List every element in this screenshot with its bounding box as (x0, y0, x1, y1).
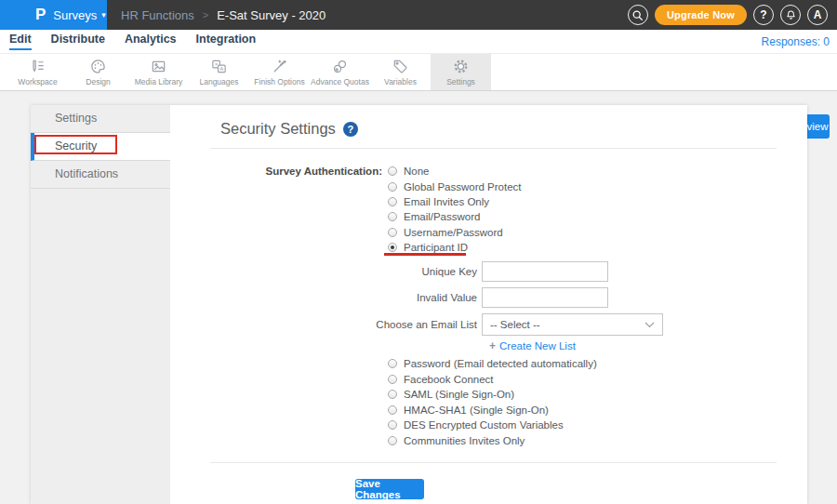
breadcrumb-separator-icon: > (203, 9, 208, 20)
questionpro-logo-icon: P (35, 6, 46, 24)
email-list-selected-value: -- Select -- (490, 319, 540, 330)
title-divider (210, 148, 777, 149)
tool-media-library[interactable]: Media Library (128, 54, 189, 90)
bell-icon (785, 9, 797, 21)
radio-checked-icon (388, 243, 397, 252)
unique-key-row: Unique Key (170, 261, 608, 282)
email-list-select[interactable]: -- Select -- (482, 313, 663, 336)
survey-nav-tabs: Edit Distribute Analytics Integration Re… (0, 30, 837, 54)
radio-option-username-password[interactable]: Username/Password (388, 225, 522, 240)
radio-icon (388, 197, 397, 206)
invalid-value-label: Invalid Value (170, 292, 482, 303)
radio-icon (388, 375, 397, 384)
radio-option-participant-id[interactable]: Participant ID (388, 240, 522, 255)
media-library-icon (150, 58, 167, 75)
email-list-label: Choose an Email List (170, 319, 482, 330)
tool-label: Variables (384, 77, 417, 86)
radio-option-hmac-sha1-sso[interactable]: HMAC-SHA1 (Single Sign-On) (388, 403, 597, 418)
tab-analytics[interactable]: Analytics (125, 33, 177, 50)
chevron-down-icon (644, 322, 655, 328)
invalid-value-input[interactable] (482, 287, 608, 308)
page-title-text: Security Settings (220, 120, 336, 138)
chevron-down-icon: ▾ (101, 10, 106, 20)
edit-toolbar: Workspace Design Media Library ×A Langua… (0, 54, 837, 91)
tool-variables[interactable]: Variables (370, 54, 431, 90)
tab-edit[interactable]: Edit (9, 33, 32, 50)
radio-option-facebook-connect[interactable]: Facebook Connect (388, 372, 597, 388)
breadcrumb-survey-name: E-Sat Survey - 2020 (217, 8, 326, 22)
auth-options-bottom: Password (Email detected automatically) … (388, 356, 597, 448)
radio-option-des-encrypted-custom-variables[interactable]: DES Encrypted Custom Variables (388, 418, 597, 433)
settings-icon (452, 58, 470, 75)
tab-integration[interactable]: Integration (196, 33, 257, 50)
radio-option-saml-sso[interactable]: SAML (Single Sign-On) (388, 387, 597, 403)
tool-workspace[interactable]: Workspace (7, 54, 68, 90)
tool-label: Workspace (18, 77, 57, 86)
tool-languages[interactable]: ×A Languages (189, 54, 249, 90)
avatar[interactable]: A (807, 5, 828, 25)
languages-icon: ×A (210, 58, 228, 75)
sidebar-item-settings[interactable]: Settings (31, 105, 170, 133)
radio-icon (388, 390, 397, 399)
tool-label: Advance Quotas (311, 77, 369, 86)
save-changes-button[interactable]: Save Changes (355, 479, 424, 499)
radio-option-none[interactable]: None (388, 164, 522, 179)
radio-icon (388, 359, 397, 368)
advance-quotas-icon (331, 58, 349, 75)
sidebar-item-security[interactable]: Security (31, 133, 170, 161)
survey-authentication-row: Survey Authentication: None Global Passw… (170, 164, 522, 255)
create-new-list-label: Create New List (499, 340, 576, 351)
radio-option-global-password-protect[interactable]: Global Password Protect (388, 179, 522, 193)
design-icon (89, 58, 107, 75)
help-button[interactable]: ? (753, 5, 774, 25)
surveys-menu[interactable]: P Surveys ▾ (0, 0, 107, 30)
sidebar-item-label: Notifications (55, 167, 118, 180)
radio-icon (388, 166, 397, 176)
radio-icon (388, 228, 397, 237)
responses-count[interactable]: Responses: 0 (762, 35, 830, 48)
radio-icon (388, 212, 397, 221)
radio-option-password-email-detected[interactable]: Password (Email detected automatically) (388, 356, 597, 372)
footer-divider (210, 462, 777, 463)
search-button[interactable] (628, 5, 648, 25)
survey-authentication-label: Survey Authentication: (170, 164, 382, 255)
variables-icon (392, 58, 409, 75)
radio-option-email-password[interactable]: Email/Password (388, 209, 522, 224)
email-list-row: Choose an Email List -- Select -- (170, 313, 663, 336)
radio-option-communities-invites-only[interactable]: Communities Invites Only (388, 433, 597, 449)
invalid-value-row: Invalid Value (170, 287, 608, 308)
plus-icon: + (489, 339, 496, 352)
radio-icon (388, 405, 397, 415)
breadcrumb: HR Functions > E-Sat Survey - 2020 (121, 8, 326, 22)
unique-key-input[interactable] (482, 261, 608, 282)
tool-advance-quotas[interactable]: Advance Quotas (310, 54, 370, 90)
auth-options-top: None Global Password Protect Email Invit… (388, 164, 522, 255)
settings-panel: Settings Security Notifications Security… (31, 105, 807, 504)
search-icon (631, 9, 644, 21)
tool-design[interactable]: Design (68, 54, 128, 90)
radio-icon (388, 436, 397, 445)
page-title: Security Settings ? (220, 120, 358, 138)
annotation-red-underline (384, 253, 466, 256)
notifications-button[interactable] (780, 5, 801, 25)
tool-label: Settings (446, 77, 475, 86)
sidebar-item-notifications[interactable]: Notifications (31, 161, 170, 189)
breadcrumb-folder[interactable]: HR Functions (121, 8, 194, 22)
sidebar-item-label: Settings (55, 112, 97, 125)
radio-icon (388, 420, 397, 430)
tool-settings[interactable]: Settings (431, 54, 491, 90)
tool-label: Design (86, 77, 110, 86)
radio-icon (388, 182, 397, 192)
create-new-list-link[interactable]: + Create New List (489, 339, 576, 352)
radio-option-email-invites-only[interactable]: Email Invites Only (388, 194, 522, 209)
tool-label: Finish Options (254, 77, 304, 86)
top-bar: P Surveys ▾ HR Functions > E-Sat Survey … (0, 0, 837, 30)
tool-finish-options[interactable]: Finish Options (249, 54, 310, 90)
tab-distribute[interactable]: Distribute (51, 33, 105, 50)
workspace-icon (29, 58, 46, 75)
unique-key-label: Unique Key (170, 266, 482, 277)
help-circle-icon[interactable]: ? (343, 122, 358, 137)
tool-label: Media Library (135, 77, 183, 86)
topbar-actions: Upgrade Now ? A (628, 5, 837, 25)
upgrade-now-button[interactable]: Upgrade Now (655, 5, 747, 25)
